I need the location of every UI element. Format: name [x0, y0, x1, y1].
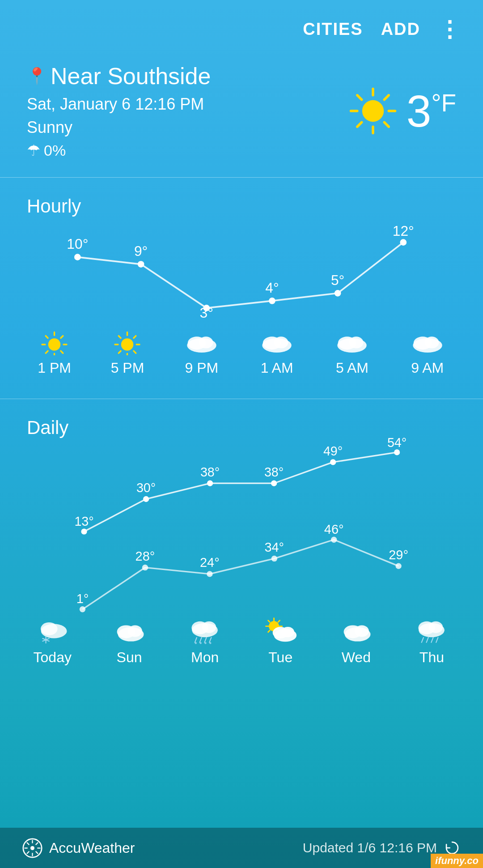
svg-point-44	[274, 336, 288, 348]
daily-high-chart-svg: 13° 30° 38° 38° 49° 54°	[18, 443, 465, 541]
hourly-item-1pm: 1 PM	[38, 331, 71, 376]
day-label-tue: Tue	[268, 649, 292, 666]
rain-icon-thu	[414, 617, 449, 646]
svg-text:28°: 28°	[136, 549, 155, 563]
location-row: 📍 Near Southside	[27, 63, 211, 89]
umbrella-icon: ☂	[27, 141, 40, 159]
current-temp-value: 3°F	[407, 89, 456, 133]
accuweather-name: AccuWeather	[49, 840, 135, 856]
cloud-icon-9pm	[184, 331, 220, 355]
more-options-button[interactable]: ⋮	[438, 18, 461, 40]
svg-point-94	[209, 642, 211, 644]
svg-text:49°: 49°	[323, 444, 343, 458]
svg-text:1°: 1°	[76, 591, 89, 606]
accuweather-brand: AccuWeather	[22, 838, 135, 858]
hourly-section: Hourly 10° 9° 3° 4° 5°	[0, 177, 483, 399]
svg-line-36	[134, 351, 136, 353]
time-label-1am: 1 AM	[261, 360, 293, 376]
updated-text: Updated 1/6 12:16 PM	[303, 840, 437, 855]
day-label-today: Today	[34, 649, 72, 666]
svg-line-125	[36, 842, 38, 844]
hourly-item-5am: 5 AM	[334, 331, 370, 376]
daily-item-today: Today	[34, 617, 72, 666]
daily-high-chart: 13° 30° 38° 38° 49° 54°	[0, 443, 483, 543]
cities-button[interactable]: CITIES	[303, 20, 363, 39]
svg-point-10	[138, 261, 144, 268]
current-sun-icon	[348, 86, 398, 136]
cloud-icon-5am	[334, 331, 370, 355]
day-label-wed: Wed	[342, 649, 371, 666]
svg-text:10°: 10°	[67, 236, 88, 252]
svg-line-8	[357, 122, 362, 127]
precip-value: 0%	[44, 142, 66, 159]
current-weather-info: 📍 Near Southside Sat, January 6 12:16 PM…	[27, 63, 211, 159]
svg-line-114	[427, 638, 428, 642]
time-label-5am: 5 AM	[336, 360, 369, 376]
svg-text:30°: 30°	[136, 481, 156, 495]
svg-text:46°: 46°	[324, 522, 344, 536]
daily-item-wed: Wed	[338, 617, 374, 666]
watermark: ifunny.co	[431, 854, 483, 868]
add-button[interactable]: ADD	[381, 20, 420, 39]
svg-text:54°: 54°	[387, 435, 407, 450]
date-time: Sat, January 6 12:16 PM	[27, 95, 211, 114]
day-label-mon: Mon	[191, 649, 219, 666]
daily-low-chart-svg: 1° 28° 24° 34° 46° 29°	[18, 530, 465, 619]
svg-line-115	[432, 638, 433, 642]
daily-item-sun: Sun	[111, 617, 147, 666]
daily-label: Daily	[0, 408, 483, 443]
svg-line-103	[268, 630, 270, 632]
svg-point-93	[204, 642, 206, 644]
svg-text:38°: 38°	[264, 465, 284, 479]
svg-line-38	[119, 351, 121, 353]
daily-low-chart: 1° 28° 24° 34° 46° 29°	[0, 530, 483, 621]
svg-point-68	[395, 563, 401, 569]
svg-point-12	[269, 298, 275, 304]
svg-text:34°: 34°	[264, 540, 284, 554]
accuweather-logo-icon	[22, 838, 42, 858]
svg-line-37	[134, 336, 136, 338]
snow-icon-today	[34, 617, 70, 646]
svg-line-6	[384, 122, 389, 127]
svg-line-26	[46, 336, 48, 338]
svg-line-7	[384, 95, 389, 100]
hourly-item-9pm: 9 PM	[184, 331, 220, 376]
svg-line-123	[27, 842, 29, 844]
sun-icon-5pm	[110, 331, 144, 355]
hourly-item-5pm: 5 PM	[110, 331, 144, 376]
svg-text:3°: 3°	[200, 305, 213, 321]
svg-point-80	[45, 639, 47, 641]
svg-point-52	[143, 496, 149, 502]
cloud-icon-wed	[338, 617, 374, 646]
svg-point-9	[74, 254, 81, 260]
svg-line-102	[278, 621, 280, 622]
footer: AccuWeather Updated 1/6 12:16 PM	[0, 828, 483, 868]
svg-point-106	[281, 627, 294, 637]
svg-text:9°: 9°	[134, 243, 148, 259]
svg-text:12°: 12°	[393, 223, 414, 239]
svg-point-109	[355, 625, 369, 637]
svg-line-35	[119, 336, 121, 338]
svg-line-89	[204, 638, 206, 642]
svg-point-83	[128, 625, 142, 637]
svg-text:5°: 5°	[331, 272, 344, 288]
svg-text:13°: 13°	[74, 514, 93, 528]
svg-line-100	[268, 621, 270, 622]
svg-line-124	[36, 851, 38, 853]
svg-line-87	[195, 638, 197, 642]
cloud-icon-1am	[259, 331, 295, 355]
hourly-label: Hourly	[0, 187, 483, 221]
svg-point-86	[202, 621, 216, 633]
svg-point-66	[271, 556, 277, 562]
svg-line-90	[209, 638, 211, 642]
svg-text:38°: 38°	[200, 465, 220, 479]
cloud-icon-sun-day	[111, 617, 147, 646]
svg-point-21	[48, 338, 61, 351]
daily-section: Daily 13° 30° 38° 38° 49°	[0, 399, 483, 828]
svg-point-14	[400, 239, 407, 246]
svg-line-28	[61, 336, 63, 338]
svg-line-5	[357, 95, 362, 100]
svg-line-126	[27, 851, 29, 853]
svg-point-47	[349, 336, 364, 348]
svg-line-88	[200, 638, 202, 642]
